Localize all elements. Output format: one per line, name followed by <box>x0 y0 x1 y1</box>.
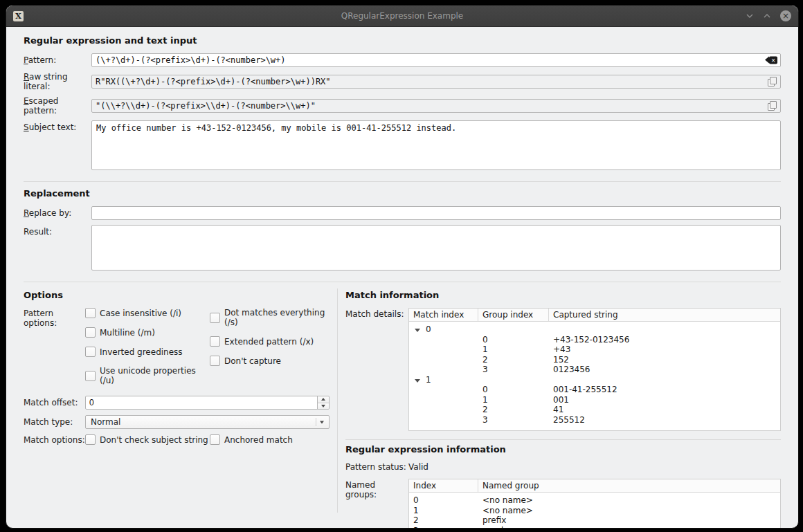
replace-by-field <box>91 206 781 220</box>
section-heading-match-info: Match information <box>345 290 781 300</box>
pattern-row: Pattern: <box>24 53 781 67</box>
checkbox-box <box>85 434 96 445</box>
table-row[interactable]: 1 <box>409 375 780 385</box>
pattern-status-value: Valid <box>408 462 428 472</box>
checkbox-dont-check-subject[interactable]: Don't check subject string <box>85 434 210 445</box>
match-offset-row: Match offset: <box>24 396 330 410</box>
escaped-pattern-row: Escaped pattern: <box>24 96 781 116</box>
table-row[interactable]: 2 41 <box>409 405 780 415</box>
clear-text-icon[interactable] <box>765 57 777 64</box>
close-icon[interactable] <box>780 10 791 21</box>
result-area[interactable] <box>91 225 781 270</box>
table-row[interactable]: 0 <no name> <box>409 495 780 506</box>
escaped-pattern-input[interactable] <box>91 99 781 113</box>
match-details-row: Match details: Match index Group index C… <box>345 308 781 431</box>
table-row[interactable]: 1 001 <box>409 395 780 405</box>
checkbox-label: Extended pattern (/x) <box>224 337 314 347</box>
checkbox-label: Don't capture <box>224 356 281 366</box>
checkbox-unicode-properties[interactable]: Use unicode properties (/u) <box>85 366 210 385</box>
table-row[interactable]: 3 0123456 <box>409 365 780 375</box>
pattern-options-checkboxes: Case insensitive (/i) Multiline (/m) Inv… <box>85 308 330 385</box>
match-offset-spinbox <box>85 396 330 410</box>
checkbox-label: Multiline (/m) <box>100 328 155 338</box>
titlebar[interactable]: X QRegularExpression Example <box>6 6 798 27</box>
checkbox-multiline[interactable]: Multiline (/m) <box>85 327 210 338</box>
match-details-tree[interactable]: Match index Group index Captured string … <box>408 308 781 431</box>
table-row[interactable]: 3 255512 <box>409 415 780 425</box>
match-type-combobox[interactable]: Normal <box>85 415 330 429</box>
table-row[interactable]: 1 <no name> <box>409 506 780 516</box>
checkbox-label: Use unicode properties (/u) <box>100 366 210 385</box>
checkbox-extended-pattern[interactable]: Extended pattern (/x) <box>210 336 330 347</box>
window-controls <box>746 10 791 21</box>
replace-by-input[interactable] <box>91 206 781 220</box>
combo-separator <box>316 418 316 426</box>
options-panel: Options Pattern options: Case insensitiv… <box>24 287 330 528</box>
raw-string-field <box>91 75 781 89</box>
column-header-group-index[interactable]: Group index <box>478 309 549 321</box>
pattern-input[interactable] <box>91 53 781 67</box>
pattern-status-row: Pattern status: Valid <box>345 462 781 472</box>
app-icon: X <box>13 11 24 21</box>
table-body: 0 <no name> 1 <no name> 2 prefix <box>409 493 780 529</box>
table-header: Index Named group <box>409 479 780 493</box>
escaped-pattern-label: Escaped pattern: <box>24 96 91 116</box>
spin-down-icon[interactable] <box>318 403 329 410</box>
copy-icon[interactable] <box>768 101 777 111</box>
bottom-area: Options Pattern options: Case insensitiv… <box>24 287 781 528</box>
window-content: Regular expression and text input Patter… <box>6 27 798 528</box>
checkbox-dont-capture[interactable]: Don't capture <box>210 356 330 366</box>
maximize-icon[interactable] <box>763 13 771 19</box>
checkbox-inverted-greediness[interactable]: Inverted greediness <box>85 347 210 357</box>
result-label: Result: <box>24 225 91 237</box>
tree-header: Match index Group index Captured string <box>409 309 780 322</box>
column-header-named-group[interactable]: Named group <box>478 479 780 492</box>
match-offset-input[interactable] <box>85 396 330 410</box>
column-header-match-index[interactable]: Match index <box>409 309 478 321</box>
column-header-captured-string[interactable]: Captured string <box>549 309 780 321</box>
replace-by-row: Replace by: <box>24 206 781 220</box>
named-groups-table[interactable]: Index Named group 0 <no name> 1 <no name… <box>408 479 781 529</box>
checkbox-column-2: Dot matches everything (/s) Extended pat… <box>210 308 330 385</box>
column-header-index[interactable]: Index <box>409 479 478 492</box>
table-row[interactable]: 0 +43-152-0123456 <box>409 335 780 345</box>
pattern-label: Pattern: <box>24 55 91 65</box>
expander-icon[interactable] <box>415 379 420 383</box>
table-row[interactable]: 2 prefix <box>409 515 780 526</box>
expander-icon[interactable] <box>415 329 420 332</box>
copy-icon[interactable] <box>768 77 777 86</box>
subject-text-area[interactable]: My office number is +43-152-0123456, my … <box>91 120 781 170</box>
raw-string-input[interactable] <box>91 75 781 89</box>
named-groups-label: Named groups: <box>345 479 408 499</box>
checkbox-dot-matches-everything[interactable]: Dot matches everything (/s) <box>210 308 330 327</box>
checkbox-case-insensitive[interactable]: Case insensitive (/i) <box>85 308 210 318</box>
separator <box>24 181 781 182</box>
checkbox-anchored-match[interactable]: Anchored match <box>210 434 293 445</box>
checkbox-column-2: Anchored match <box>210 434 293 445</box>
checkbox-label: Inverted greediness <box>100 347 183 357</box>
minimize-icon[interactable] <box>746 13 754 19</box>
table-row[interactable]: 2 152 <box>409 355 780 365</box>
table-row[interactable]: 1 +43 <box>409 345 780 355</box>
pattern-options-label: Pattern options: <box>24 308 85 328</box>
checkbox-box <box>85 308 96 318</box>
table-row[interactable]: 3 number <box>409 526 780 529</box>
checkbox-label: Anchored match <box>224 435 293 445</box>
section-heading-regexp-info: Regular expression information <box>345 444 781 455</box>
checkbox-label: Don't check subject string <box>100 435 208 445</box>
vertical-separator <box>337 288 338 513</box>
match-options-label: Match options: <box>24 435 85 445</box>
subject-text-row: Subject text: My office number is +43-15… <box>24 120 781 170</box>
checkbox-column-1: Don't check subject string <box>85 434 210 445</box>
table-row[interactable]: 0 001-41-255512 <box>409 385 780 395</box>
checkbox-box <box>85 371 96 381</box>
checkbox-box <box>210 336 220 347</box>
match-offset-label: Match offset: <box>24 398 85 407</box>
separator <box>345 439 781 440</box>
checkbox-box <box>210 434 220 445</box>
pattern-options-row: Pattern options: Case insensitive (/i) M… <box>24 308 330 385</box>
match-type-row: Match type: Normal <box>24 415 330 429</box>
table-row[interactable]: 0 <box>409 324 780 335</box>
checkbox-column-1: Case insensitive (/i) Multiline (/m) Inv… <box>85 308 210 385</box>
spin-up-icon[interactable] <box>318 396 329 403</box>
